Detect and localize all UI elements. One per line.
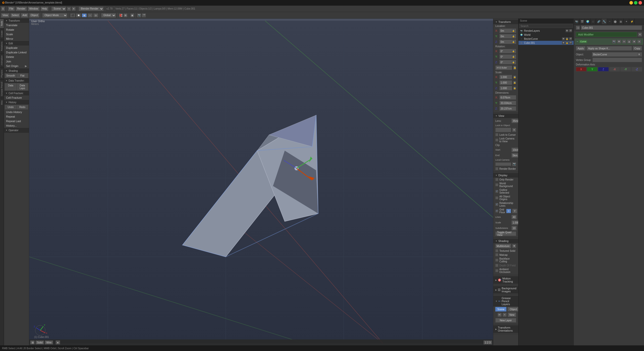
translate-btn[interactable]: Translate bbox=[4, 23, 29, 27]
info-btn[interactable]: ℹ bbox=[1, 7, 5, 11]
beziercurve-eye[interactable]: 👁 bbox=[562, 37, 565, 40]
scale-y-lock[interactable]: 🔒 bbox=[513, 81, 516, 84]
loc-y-lock[interactable]: 🔒 bbox=[512, 35, 515, 38]
viewport[interactable]: User Ortho Meters bbox=[29, 19, 493, 345]
object-btn[interactable]: Object bbox=[29, 13, 39, 18]
outline-selected-checkbox[interactable] bbox=[495, 190, 498, 193]
repeat-last-btn[interactable]: Repeat Last bbox=[4, 119, 29, 123]
vtab-tools[interactable]: Tools bbox=[0, 19, 4, 28]
redo-btn[interactable]: Redo bbox=[17, 105, 28, 109]
snap-icon-2[interactable]: ⊞ bbox=[124, 13, 128, 17]
beziercurve-item[interactable]: ~ BezierCurve 👁 🔒 🎬 bbox=[518, 37, 574, 41]
to-panel-header[interactable]: ▶ Transform Orientations bbox=[493, 325, 518, 333]
loc-z-lock[interactable]: 🔒 bbox=[512, 40, 515, 43]
subdiv-input[interactable]: 10 bbox=[511, 226, 517, 230]
scale-z-lock[interactable]: 🔒 bbox=[513, 87, 516, 90]
close-btn[interactable] bbox=[638, 1, 642, 5]
bg-panel-header[interactable]: ▶ 🖼 Background Images bbox=[493, 286, 518, 294]
render-icon[interactable]: 🎬 bbox=[142, 13, 146, 17]
cf-btn[interactable]: Cell Fracture bbox=[4, 95, 29, 100]
mod-up-icon[interactable]: ▲ bbox=[627, 40, 631, 44]
viewport-icon-5[interactable]: ◎ bbox=[93, 13, 98, 17]
beziercurve-restrict[interactable]: 🔒 bbox=[566, 37, 569, 40]
vtab-physics[interactable]: Physics bbox=[0, 67, 4, 80]
prop-object-icon[interactable]: □ bbox=[590, 19, 596, 24]
vp-view-type-btn[interactable]: ⊞ bbox=[30, 340, 35, 344]
smooth-btn[interactable]: Smooth bbox=[5, 74, 16, 78]
apply-btn[interactable]: Apply bbox=[576, 46, 586, 51]
transform-panel-header[interactable]: ▼ Transform bbox=[493, 20, 518, 24]
edit-header[interactable]: ▼ Edit bbox=[4, 41, 29, 46]
mod-object-input[interactable]: BezierCurve ✕ bbox=[592, 52, 642, 57]
data-btn[interactable]: Data bbox=[5, 83, 16, 90]
mod-close-icon[interactable]: ✕ bbox=[637, 40, 641, 44]
ambient-occ-checkbox[interactable] bbox=[495, 269, 498, 272]
vp-wire-btn[interactable]: Wire bbox=[45, 340, 53, 344]
prop-modifiers-icon[interactable]: 🔧 bbox=[601, 19, 607, 24]
viewport-icon-2[interactable]: 🔲 bbox=[76, 13, 81, 17]
view-panel-header[interactable]: ▼ View bbox=[493, 114, 518, 118]
vtab-relations[interactable]: Relations bbox=[0, 39, 4, 53]
scale-y-input[interactable]: 1.000 bbox=[499, 80, 512, 85]
deform-x-btn[interactable]: X bbox=[576, 67, 586, 72]
rot-z-input[interactable]: 0° 🔒 bbox=[499, 60, 516, 64]
render-border-checkbox[interactable] bbox=[495, 167, 498, 170]
mod-obj-clear[interactable]: ✕ bbox=[638, 52, 641, 56]
flat-btn[interactable]: Flat bbox=[17, 74, 28, 78]
join-btn[interactable]: Join bbox=[4, 59, 29, 64]
shading-panel-header[interactable]: ▼ Shading bbox=[493, 239, 518, 243]
mod-down-icon[interactable]: ▼ bbox=[632, 40, 636, 44]
deform-ny-btn[interactable]: -Y bbox=[620, 67, 631, 72]
deform-z-btn[interactable]: Z bbox=[598, 67, 609, 72]
scale-x-lock[interactable]: 🔒 bbox=[513, 76, 516, 79]
scale-input[interactable]: 1.000 bbox=[511, 220, 518, 225]
viewport-icon-3[interactable]: ▣ bbox=[82, 13, 87, 17]
rot-y-lock[interactable]: 🔒 bbox=[512, 55, 515, 58]
grid-floor-checkbox[interactable] bbox=[495, 209, 498, 213]
mod-vg-input[interactable] bbox=[592, 58, 642, 62]
undo-btn[interactable]: Undo bbox=[5, 105, 16, 109]
proportional-icon[interactable]: ◉ bbox=[130, 13, 134, 17]
gp-add-layer-icon[interactable]: + bbox=[503, 313, 507, 317]
clip-start-input[interactable]: 10cm bbox=[511, 148, 518, 152]
help-menu[interactable]: Help bbox=[41, 7, 49, 11]
scale-btn[interactable]: Scale bbox=[4, 32, 29, 37]
grid-y-btn[interactable]: Y bbox=[512, 209, 517, 213]
prop-render-icon[interactable]: 📷 bbox=[574, 19, 579, 24]
render-layers-eye[interactable]: 👁 bbox=[566, 29, 569, 32]
scene-del-btn[interactable]: ✕ bbox=[72, 7, 76, 11]
scene-add-btn[interactable]: + bbox=[67, 7, 71, 11]
deform-y-btn[interactable]: Y bbox=[587, 67, 597, 72]
file-menu[interactable]: File bbox=[8, 7, 15, 11]
prop-constraints-icon[interactable]: 🔗 bbox=[596, 19, 601, 24]
duplicate-linked-btn[interactable]: Duplicate Linked bbox=[4, 50, 29, 55]
dim-z-input[interactable]: 20.237cm bbox=[499, 106, 516, 111]
history-btn[interactable]: History... bbox=[4, 123, 29, 128]
add-btn[interactable]: Add bbox=[21, 13, 28, 18]
rot-x-lock[interactable]: 🔒 bbox=[512, 50, 515, 53]
cf-header[interactable]: ▼ Cell Fracture: bbox=[4, 91, 29, 95]
deform-nz-btn[interactable]: -Z bbox=[631, 67, 642, 72]
view-btn[interactable]: View bbox=[1, 13, 10, 18]
window-menu[interactable]: Window bbox=[28, 7, 40, 11]
loc-x-input[interactable]: 0m 🔒 bbox=[499, 28, 516, 33]
grid-x-btn[interactable]: X bbox=[506, 209, 511, 213]
engine-dropdown[interactable]: Blender Render bbox=[78, 7, 104, 11]
deform-nx-btn[interactable]: -X bbox=[609, 67, 620, 72]
gp-panel-header[interactable]: ▼ ✏ Grease Pencil Layers bbox=[493, 296, 518, 306]
set-origin-btn[interactable]: Set Origin ▶ bbox=[4, 64, 29, 68]
local-camera-slider[interactable] bbox=[495, 162, 511, 166]
lock-camera-checkbox[interactable] bbox=[495, 138, 498, 142]
prop-scene-icon[interactable]: 🎬 bbox=[579, 19, 585, 24]
rot-z-lock[interactable]: 🔒 bbox=[512, 61, 515, 64]
backface-checkbox[interactable] bbox=[495, 259, 498, 262]
duplicate-btn[interactable]: Duplicate bbox=[4, 46, 29, 50]
repeat-btn[interactable]: Repeat bbox=[4, 114, 29, 119]
world-item[interactable]: 🌍 World bbox=[518, 33, 574, 37]
vp-shading-btn[interactable]: ● bbox=[56, 340, 60, 344]
textured-solid-checkbox[interactable] bbox=[495, 249, 498, 252]
lens-input[interactable]: 35mm bbox=[511, 119, 518, 123]
apply-shape-btn[interactable]: Apply as Shape K... bbox=[586, 46, 632, 51]
lock-to-object-clear[interactable]: ✕ bbox=[512, 128, 516, 132]
copy-btn[interactable]: Copy bbox=[633, 46, 642, 51]
